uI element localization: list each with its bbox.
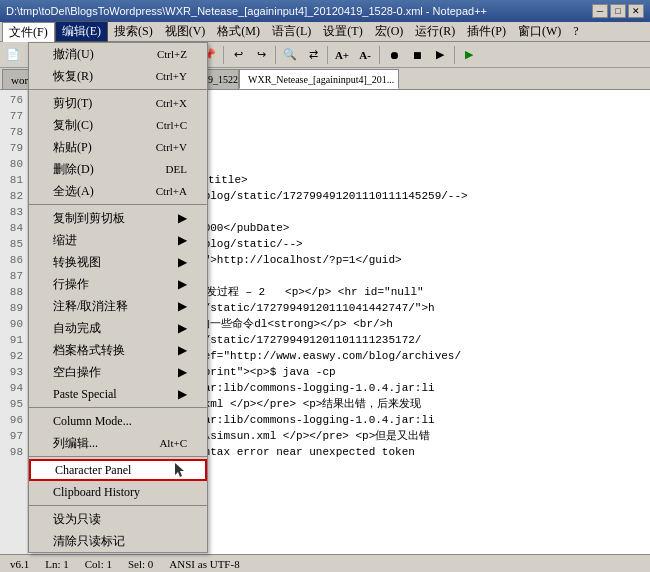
separator-4: [29, 456, 207, 457]
line-num-78: 78: [0, 124, 27, 140]
line-num-94: 94: [0, 380, 27, 396]
menu-columnmode[interactable]: Column Mode...: [29, 410, 207, 432]
toolbar-separator-7: [454, 46, 455, 64]
replace-button[interactable]: ⇄: [302, 44, 324, 66]
menu-item-search[interactable]: 搜索(S): [108, 22, 159, 41]
menu-copytoclip[interactable]: 复制到剪切板 ▶: [29, 207, 207, 229]
title-bar: D:\tmp\toDel\BlogsToWordpress\WXR_Neteas…: [0, 0, 650, 22]
separator-5: [29, 505, 207, 506]
menu-autocomplete[interactable]: 自动完成 ▶: [29, 317, 207, 339]
fileformat-arrow: ▶: [178, 343, 187, 358]
columnedit-shortcut: Alt+C: [159, 437, 187, 449]
menu-convertview[interactable]: 转换视图 ▶: [29, 251, 207, 273]
menu-item-help[interactable]: ?: [567, 23, 584, 40]
comment-arrow: ▶: [178, 299, 187, 314]
menu-redo[interactable]: 恢复(R) Ctrl+Y: [29, 65, 207, 87]
whitespace-label: 空白操作: [53, 364, 101, 381]
menu-lineops[interactable]: 行操作 ▶: [29, 273, 207, 295]
line-num-96: 96: [0, 412, 27, 428]
separator-1: [29, 89, 207, 90]
selectall-label: 全选(A): [53, 183, 94, 200]
version-label: v6.1: [6, 558, 33, 570]
undo-button[interactable]: ↩: [227, 44, 249, 66]
autocomplete-label: 自动完成: [53, 320, 101, 337]
menu-item-run[interactable]: 运行(R): [409, 22, 461, 41]
close-button[interactable]: ✕: [628, 4, 644, 18]
macro-record-button[interactable]: ⏺: [383, 44, 405, 66]
menu-item-view[interactable]: 视图(V): [159, 22, 212, 41]
macro-play-button[interactable]: ▶: [429, 44, 451, 66]
menu-copy[interactable]: 复制(C) Ctrl+C: [29, 114, 207, 136]
line-num-81: 81: [0, 172, 27, 188]
zoom-in-button[interactable]: A+: [331, 44, 353, 66]
comment-label: 注释/取消注释: [53, 298, 128, 315]
menu-paste[interactable]: 粘贴(P) Ctrl+V: [29, 136, 207, 158]
line-num-84: 84: [0, 220, 27, 236]
undo-shortcut: Ctrl+Z: [157, 48, 187, 60]
line-num-89: 89: [0, 300, 27, 316]
menu-item-edit[interactable]: 编辑(E): [55, 21, 108, 42]
line-num-93: 93: [0, 364, 27, 380]
menu-clearreadonly[interactable]: 清除只读标记: [29, 530, 207, 552]
menu-item-file[interactable]: 文件(F): [2, 22, 55, 42]
indent-label: 缩进: [53, 232, 77, 249]
convertview-label: 转换视图: [53, 254, 101, 271]
title-buttons[interactable]: ─ □ ✕: [592, 4, 644, 18]
line-num-79: 79: [0, 140, 27, 156]
new-button[interactable]: 📄: [2, 44, 24, 66]
zoom-out-button[interactable]: A-: [354, 44, 376, 66]
col-indicator: Col: 1: [81, 558, 116, 570]
redo-shortcut: Ctrl+Y: [156, 70, 187, 82]
menu-item-window[interactable]: 窗口(W): [512, 22, 567, 41]
menu-delete[interactable]: 删除(D) DEL: [29, 158, 207, 180]
macro-stop-button[interactable]: ⏹: [406, 44, 428, 66]
menu-item-language[interactable]: 语言(L): [266, 22, 317, 41]
clipboard-history-label: Clipboard History: [53, 485, 140, 500]
separator-2: [29, 204, 207, 205]
tab-wxr-netease[interactable]: WXR_Netease_[againinput4]_201...: [239, 69, 399, 89]
menu-character-panel[interactable]: Character Panel: [29, 459, 207, 481]
maximize-button[interactable]: □: [610, 4, 626, 18]
menu-columnedit[interactable]: 列编辑... Alt+C: [29, 432, 207, 454]
menu-pastespecial[interactable]: Paste Special ▶: [29, 383, 207, 405]
menu-item-macro[interactable]: 宏(O): [369, 22, 410, 41]
menu-undo[interactable]: 撤消(U) Ctrl+Z: [29, 43, 207, 65]
minimize-button[interactable]: ─: [592, 4, 608, 18]
character-panel-label: Character Panel: [55, 463, 131, 478]
menu-item-format[interactable]: 格式(M): [211, 22, 266, 41]
fileformat-label: 档案格式转换: [53, 342, 125, 359]
line-num-91: 91: [0, 332, 27, 348]
indent-arrow: ▶: [178, 233, 187, 248]
cursor-arrow-icon: [173, 462, 185, 478]
redo-button[interactable]: ↪: [250, 44, 272, 66]
line-num-95: 95: [0, 396, 27, 412]
line-num-85: 85: [0, 236, 27, 252]
menu-fileformat[interactable]: 档案格式转换 ▶: [29, 339, 207, 361]
menu-item-settings[interactable]: 设置(T): [317, 22, 368, 41]
menu-readonly[interactable]: 设为只读: [29, 508, 207, 530]
find-button[interactable]: 🔍: [279, 44, 301, 66]
redo-label: 恢复(R): [53, 68, 93, 85]
menu-selectall[interactable]: 全选(A) Ctrl+A: [29, 180, 207, 202]
line-num-82: 82: [0, 188, 27, 204]
line-numbers: 76 77 78 79 80 81 82 83 84 85 86 87 88 8…: [0, 90, 28, 554]
menu-whitespace[interactable]: 空白操作 ▶: [29, 361, 207, 383]
cut-label: 剪切(T): [53, 95, 92, 112]
line-num-77: 77: [0, 108, 27, 124]
run-button[interactable]: ▶: [458, 44, 480, 66]
line-num-76: 76: [0, 92, 27, 108]
menu-clipboard-history[interactable]: Clipboard History: [29, 481, 207, 503]
pastespecial-arrow: ▶: [178, 387, 187, 402]
readonly-label: 设为只读: [53, 511, 101, 528]
copy-shortcut: Ctrl+C: [156, 119, 187, 131]
whitespace-arrow: ▶: [178, 365, 187, 380]
menu-item-plugins[interactable]: 插件(P): [461, 22, 512, 41]
menu-comment[interactable]: 注释/取消注释 ▶: [29, 295, 207, 317]
line-indicator: Ln: 1: [41, 558, 73, 570]
toolbar-separator-6: [379, 46, 380, 64]
menu-indent[interactable]: 缩进 ▶: [29, 229, 207, 251]
convertview-arrow: ▶: [178, 255, 187, 270]
toolbar-separator-4: [275, 46, 276, 64]
pastespecial-label: Paste Special: [53, 387, 117, 402]
menu-cut[interactable]: 剪切(T) Ctrl+X: [29, 92, 207, 114]
